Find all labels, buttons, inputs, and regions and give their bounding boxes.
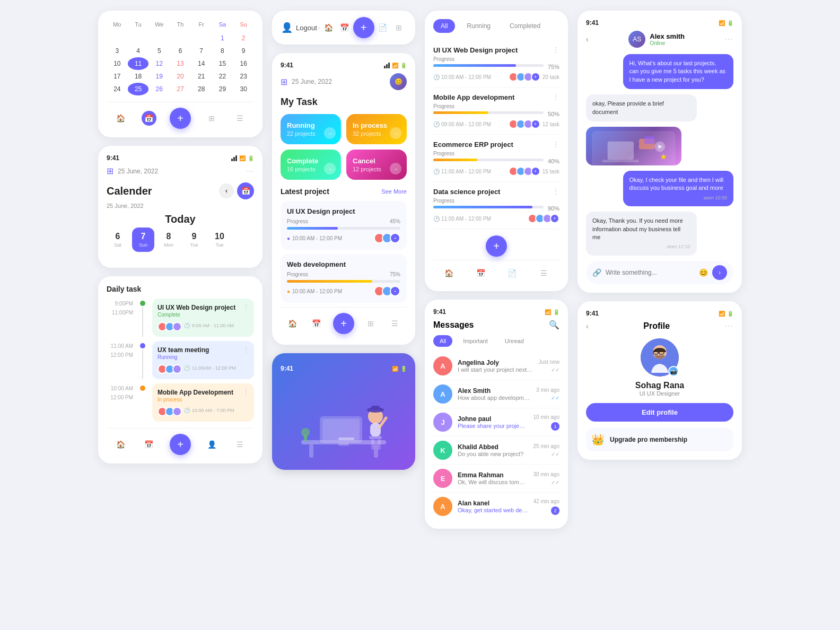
cal-day-3[interactable]: 3 xyxy=(107,45,128,57)
cal-day-27[interactable]: 27 xyxy=(170,83,191,95)
cal-day-25[interactable]: 25 xyxy=(128,83,149,95)
cal-day-1[interactable]: 1 xyxy=(212,32,233,45)
day-7-selected[interactable]: 7Sun xyxy=(132,228,154,252)
mytask-avatar[interactable]: 😊 xyxy=(390,73,407,90)
project-item-2[interactable]: Web development Progress 75% ● 10:00 AM … xyxy=(281,254,407,303)
msg-tab-important[interactable]: Important xyxy=(457,335,494,347)
msg-item-angelina[interactable]: A Angelina Joly I will start your projec… xyxy=(433,352,559,380)
grid-nav-icon[interactable]: ⊞ xyxy=(204,111,219,126)
msg-tab-all[interactable]: All xyxy=(433,335,452,347)
day-9[interactable]: 9Tue xyxy=(183,228,205,252)
proj-row-4[interactable]: Data science project ⋮ Progress 90% 🕐 11… xyxy=(433,182,559,229)
proj-row-menu-1[interactable]: ⋮ xyxy=(552,46,559,54)
profile-menu-dots[interactable]: ··· xyxy=(725,321,733,331)
in-process-tile[interactable]: In process 32 projects → xyxy=(346,114,407,144)
logout-btn[interactable]: 👤 Logout xyxy=(281,22,317,33)
running-tile[interactable]: Running 22 projects → xyxy=(281,114,341,144)
filter-completed[interactable]: Completed xyxy=(502,19,548,33)
cal-day-8[interactable]: 8 xyxy=(212,45,233,57)
filter-running[interactable]: Running xyxy=(459,19,498,33)
emoji-icon[interactable]: 😊 xyxy=(699,268,708,277)
calendar-top-icon[interactable]: 📅 xyxy=(337,20,352,35)
cal-day-18[interactable]: 18 xyxy=(128,70,149,83)
cal-day-9[interactable]: 9 xyxy=(233,45,254,57)
msg-item-johne[interactable]: J Johne paul Please share your project d… xyxy=(433,408,559,436)
cal-day-12[interactable]: 12 xyxy=(148,57,170,70)
cancel-tile[interactable]: Cancel 12 projects → xyxy=(346,150,407,180)
msg-search-icon[interactable]: 🔍 xyxy=(549,320,559,330)
cal-day-16[interactable]: 16 xyxy=(233,57,254,70)
proj-row-3[interactable]: Ecommerce ERP project ⋮ Progress 40% 🕐 1… xyxy=(433,135,559,182)
fab-top[interactable]: + xyxy=(353,17,374,38)
cal-day-28[interactable]: 28 xyxy=(191,83,212,95)
cal-day-10[interactable]: 10 xyxy=(107,57,128,70)
home-icon-dt[interactable]: 🏠 xyxy=(113,437,128,452)
cal-mt-icon[interactable]: 📅 xyxy=(309,316,324,331)
home-top-icon[interactable]: 🏠 xyxy=(321,20,336,35)
cal-day-26[interactable]: 26 xyxy=(148,83,170,95)
cal-day-17[interactable]: 17 xyxy=(107,70,128,83)
filter-all[interactable]: All xyxy=(433,19,455,33)
proj-row-1[interactable]: UI UX Web Design project ⋮ Progress 75% … xyxy=(433,40,559,88)
task-card-2[interactable]: ⋮ UX team meeting Running 🕐 11:00AM - 12… xyxy=(152,341,254,379)
cal-day-14[interactable]: 14 xyxy=(191,57,212,70)
day-6[interactable]: 6Sat xyxy=(107,228,129,252)
proj-row-menu-4[interactable]: ⋮ xyxy=(552,187,559,196)
task-card-1[interactable]: ⋮ UI UX Web Design project Complete 🕐 9:… xyxy=(152,299,254,337)
fab-add-dt[interactable]: + xyxy=(170,434,191,455)
cal-day-21[interactable]: 21 xyxy=(191,70,212,83)
task-menu-3[interactable]: ⋮ xyxy=(242,388,250,396)
menu-proj-icon[interactable]: ☰ xyxy=(536,266,551,281)
task-menu-2[interactable]: ⋮ xyxy=(242,345,250,354)
mytask-grid-icon[interactable]: ⊞ xyxy=(281,77,287,87)
cal-day-19[interactable]: 19 xyxy=(148,70,170,83)
day-8[interactable]: 8Mon xyxy=(158,228,180,252)
grid-view-icon[interactable]: ⊞ xyxy=(107,166,113,176)
calendar-icon-active[interactable]: 📅 xyxy=(237,182,254,199)
cal-day-30[interactable]: 30 xyxy=(233,83,254,95)
profile-camera-icon[interactable]: 📷 xyxy=(668,366,679,377)
msg-item-emma[interactable]: E Emma Rahman Ok, We will discuss tomorr… xyxy=(433,465,559,493)
calendar-back-btn[interactable]: ‹ xyxy=(219,183,234,198)
cal-day-23[interactable]: 23 xyxy=(233,70,254,83)
day-10[interactable]: 10Tue xyxy=(208,228,231,252)
doc-proj-icon[interactable]: 📄 xyxy=(505,266,520,281)
fab-projects[interactable]: + xyxy=(486,235,507,257)
calendar-icon-dt[interactable]: 📅 xyxy=(142,437,156,452)
cal-day-7[interactable]: 7 xyxy=(191,45,212,57)
cal-day-2[interactable]: 2 xyxy=(233,32,254,45)
send-button[interactable]: › xyxy=(712,265,727,280)
chat-back-btn[interactable]: ‹ xyxy=(586,35,589,43)
chat-menu-dots[interactable]: ··· xyxy=(725,34,733,44)
cal-day-4[interactable]: 4 xyxy=(128,45,149,57)
upgrade-membership-row[interactable]: 👑 Upgrade pro membership xyxy=(586,428,733,451)
home-mt-icon[interactable]: 🏠 xyxy=(285,316,300,331)
grid-mt-icon[interactable]: ⊞ xyxy=(363,316,378,331)
edit-profile-button[interactable]: Edit profile xyxy=(586,403,733,422)
cal-day-6[interactable]: 6 xyxy=(170,45,191,57)
msg-item-khalid[interactable]: K Khalid Abbed Do you able new project? … xyxy=(433,436,559,465)
cal-day-5[interactable]: 5 xyxy=(148,45,170,57)
home-nav-icon[interactable]: 🏠 xyxy=(113,111,128,126)
msg-item-alan[interactable]: A Alan kanel Okay, get started web desig… xyxy=(433,493,559,520)
chat-input[interactable] xyxy=(606,269,695,276)
cal-day-15[interactable]: 15 xyxy=(212,57,233,70)
menu-mt-icon[interactable]: ☰ xyxy=(387,316,402,331)
proj-row-2[interactable]: Mobile App development ⋮ Progress 50% 🕐 … xyxy=(433,88,559,135)
msg-item-alex[interactable]: A Alex Smith How about app development p… xyxy=(433,380,559,408)
complete-tile[interactable]: Complete 16 projects → xyxy=(281,150,341,180)
attach-icon[interactable]: 🔗 xyxy=(592,268,601,277)
msg-tab-unread[interactable]: Unread xyxy=(498,335,530,347)
calendar-nav-icon[interactable]: 📅 xyxy=(142,111,156,126)
cal-day-13[interactable]: 13 xyxy=(170,57,191,70)
doc-top-icon[interactable]: 📄 xyxy=(375,20,390,35)
task-card-3[interactable]: ⋮ Mobile App Development In process 🕐 10… xyxy=(152,383,254,422)
cal-proj-icon[interactable]: 📅 xyxy=(473,266,488,281)
home-proj-icon[interactable]: 🏠 xyxy=(442,266,457,281)
fab-mt[interactable]: + xyxy=(333,313,354,334)
proj-row-menu-3[interactable]: ⋮ xyxy=(552,140,559,148)
people-icon-dt[interactable]: 👤 xyxy=(204,437,219,452)
cal-day-29[interactable]: 29 xyxy=(212,83,233,95)
cal-day-20[interactable]: 20 xyxy=(170,70,191,83)
menu-nav-icon[interactable]: ☰ xyxy=(232,111,247,126)
